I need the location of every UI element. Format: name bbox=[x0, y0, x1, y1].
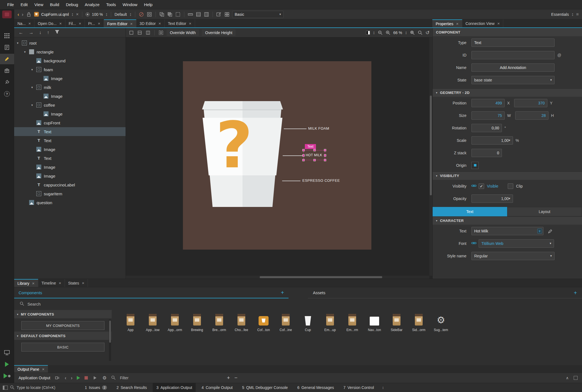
navigator-item-image[interactable]: Image bbox=[14, 145, 126, 154]
selection-box[interactable]: Text HOT MILK bbox=[303, 150, 325, 160]
close-icon[interactable]: × bbox=[59, 21, 62, 26]
zstack-input[interactable] bbox=[471, 149, 502, 157]
visibility-section-header[interactable]: ▾ VISIBILITY bbox=[433, 171, 582, 180]
reset-view-icon[interactable]: ↺ bbox=[425, 30, 430, 35]
stop-icon[interactable] bbox=[85, 376, 88, 380]
id-input[interactable] bbox=[471, 51, 555, 59]
close-icon[interactable]: × bbox=[189, 21, 192, 26]
close-icon[interactable]: × bbox=[42, 367, 45, 371]
close-icon[interactable]: × bbox=[29, 21, 31, 26]
kit-selector-icon[interactable] bbox=[0, 347, 14, 358]
tab-form-editor[interactable]: Form Editor × bbox=[104, 19, 136, 27]
filter-icon[interactable] bbox=[55, 30, 59, 35]
locator-input[interactable] bbox=[17, 385, 79, 390]
binding-link-icon[interactable] bbox=[471, 183, 476, 189]
tab-file-system[interactable]: Fil... × bbox=[65, 19, 85, 27]
vertical-scrollbar[interactable] bbox=[429, 37, 432, 276]
component-item[interactable]: App...orm bbox=[164, 313, 186, 338]
canvas-zoom-spinner[interactable]: ↕ bbox=[405, 30, 407, 35]
toggle-sidebar-icon[interactable] bbox=[3, 386, 8, 390]
forward-icon[interactable]: › bbox=[22, 11, 23, 17]
tab-navigator[interactable]: Na... × bbox=[14, 19, 34, 27]
navigator-item-background[interactable]: background bbox=[14, 56, 126, 65]
preview-zoom-spinner[interactable]: ↕ bbox=[105, 12, 108, 17]
milk-foam-label[interactable]: MILK FOAM bbox=[308, 126, 329, 130]
pane-application-output[interactable]: 3 Application Output bbox=[153, 383, 196, 392]
pane-search-results[interactable]: 2 Search Results bbox=[113, 383, 150, 392]
resize-handle[interactable] bbox=[302, 149, 305, 151]
component-item[interactable]: Cup bbox=[297, 313, 319, 338]
next-item-icon[interactable]: › bbox=[71, 375, 72, 381]
size-w-input[interactable] bbox=[471, 111, 505, 120]
resize-handle[interactable] bbox=[313, 149, 316, 151]
collapse-triangle-icon[interactable]: ▾ bbox=[436, 219, 437, 222]
tab-open-documents[interactable]: Open Do... × bbox=[34, 19, 65, 27]
expand-arrow-icon[interactable]: ▾ bbox=[31, 86, 36, 89]
style-selector[interactable]: Default bbox=[114, 12, 127, 17]
component-section-header[interactable]: COMPONENT bbox=[433, 28, 582, 36]
close-icon[interactable]: × bbox=[130, 21, 133, 26]
close-icon[interactable]: × bbox=[159, 21, 161, 26]
expand-pane-icon[interactable] bbox=[574, 376, 578, 380]
welcome-mode-icon[interactable] bbox=[0, 30, 14, 41]
resize-handle[interactable] bbox=[302, 159, 305, 161]
horizontal-scrollbar[interactable] bbox=[126, 276, 429, 279]
run-button[interactable] bbox=[0, 359, 14, 370]
collapse-triangle-icon[interactable]: ▾ bbox=[17, 313, 18, 316]
paste-overlap-icon[interactable] bbox=[167, 12, 173, 17]
navigator-item-foam[interactable]: ▾ foam bbox=[14, 65, 126, 74]
tab-states[interactable]: States × bbox=[65, 279, 88, 287]
pane-issues[interactable]: 1 Issues 2 bbox=[81, 383, 111, 392]
hot-milk-label[interactable]: HOT MILK bbox=[306, 153, 322, 157]
navigator-item-image[interactable]: Image bbox=[14, 109, 126, 118]
menu-debug[interactable]: Debug bbox=[63, 0, 81, 9]
kit-selector-value[interactable]: Essentials bbox=[551, 12, 569, 17]
tab-timeline[interactable]: Timeline × bbox=[38, 279, 65, 287]
output-channel-label[interactable]: Application Output bbox=[19, 376, 50, 380]
export-frame-icon[interactable] bbox=[147, 12, 152, 17]
style-name-select[interactable]: Regular ▾ bbox=[471, 252, 555, 260]
gear-icon[interactable]: ⚙ bbox=[102, 375, 106, 381]
run-preview-icon[interactable] bbox=[86, 12, 90, 16]
pane-general-messages[interactable]: 6 General Messages bbox=[294, 383, 338, 392]
menu-tools[interactable]: Tools bbox=[103, 0, 119, 9]
navigator-item-image[interactable]: Image bbox=[14, 171, 126, 180]
pencil-square-icon[interactable] bbox=[216, 12, 222, 17]
state-select[interactable]: base state ▾ bbox=[471, 76, 555, 84]
debug-run-button[interactable] bbox=[0, 371, 14, 381]
navigator-item-sugaritem[interactable]: sugarItem bbox=[14, 189, 126, 198]
open-document-name[interactable]: CupForm.ui.qml bbox=[41, 12, 69, 17]
text-input[interactable] bbox=[471, 227, 543, 235]
tab-text-editor[interactable]: Text Editor × bbox=[165, 19, 195, 27]
close-icon[interactable]: × bbox=[79, 21, 81, 26]
component-item[interactable]: App...low bbox=[142, 313, 164, 338]
layout-grid-icon[interactable] bbox=[224, 12, 230, 17]
position-y-input[interactable] bbox=[514, 99, 547, 107]
edit-text-icon[interactable] bbox=[546, 227, 555, 235]
tab-output-pane[interactable]: Output Pane × bbox=[14, 365, 48, 373]
previous-item-icon[interactable]: ‹ bbox=[65, 375, 66, 381]
my-components-section-header[interactable]: ▾ MY COMPONENTS bbox=[14, 310, 112, 318]
menu-view[interactable]: View bbox=[31, 0, 47, 9]
rows-icon[interactable] bbox=[196, 12, 201, 17]
add-component-icon[interactable]: + bbox=[281, 290, 284, 295]
expand-arrow-icon[interactable]: ▾ bbox=[31, 103, 36, 107]
navigator-item-image[interactable]: Image bbox=[14, 74, 126, 83]
navigator-item-milk[interactable]: ▾ milk bbox=[14, 83, 126, 92]
component-item[interactable]: Cof...ton bbox=[252, 313, 275, 338]
columns-icon[interactable] bbox=[204, 12, 209, 17]
menu-help[interactable]: Help bbox=[141, 0, 156, 9]
navigator-item-coffee[interactable]: ▾ coffee bbox=[14, 101, 126, 109]
help-mode-icon[interactable] bbox=[0, 89, 14, 99]
override-height-button[interactable]: Override Height bbox=[202, 29, 236, 36]
filter-input[interactable] bbox=[120, 376, 162, 380]
scrollbar-thumb[interactable] bbox=[109, 321, 111, 343]
component-item[interactable]: App bbox=[119, 313, 142, 338]
component-item[interactable]: Sid...orm bbox=[408, 313, 430, 338]
espresso-coffee-label[interactable]: ESPRESSO COFFEE bbox=[302, 178, 340, 183]
character-section-header[interactable]: ▾ CHARACTER bbox=[433, 216, 582, 225]
expand-arrow-icon[interactable]: ▾ bbox=[31, 68, 36, 71]
menu-edit[interactable]: Edit bbox=[17, 0, 31, 9]
add-annotation-button[interactable]: Add Annotation bbox=[471, 63, 555, 72]
type-input[interactable] bbox=[471, 39, 555, 47]
